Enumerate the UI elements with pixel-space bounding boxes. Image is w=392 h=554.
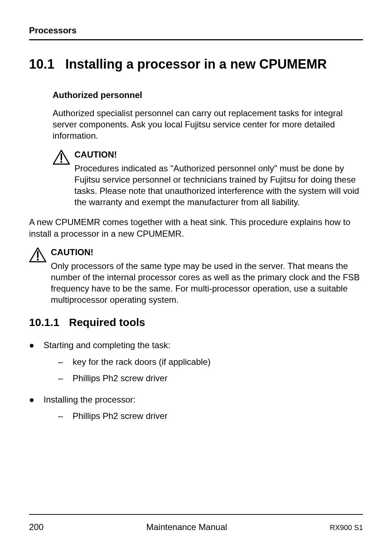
- list-item: – Phillips Ph2 screw driver: [58, 410, 363, 421]
- caution-text-1: Procedures indicated as "Authorized pers…: [74, 163, 363, 208]
- caution-icon: [29, 247, 46, 263]
- dash-icon: –: [58, 356, 73, 367]
- tools-list: ● Starting and completing the task: – ke…: [29, 339, 363, 427]
- svg-point-5: [37, 258, 39, 260]
- dash-icon: –: [58, 372, 73, 384]
- subsection-heading: 10.1.1 Required tools: [29, 316, 363, 329]
- footer-center-text: Maintenance Manual: [146, 522, 227, 532]
- bullet-icon: ●: [29, 339, 44, 350]
- section-number: 10.1: [29, 57, 65, 72]
- main-heading: 10.1 Installing a processor in a new CPU…: [29, 57, 363, 72]
- tool-group-label: Starting and completing the task:: [44, 340, 171, 350]
- caution-block-1: CAUTION! Procedures indicated as "Author…: [53, 150, 363, 208]
- tool-item: Phillips Ph2 screw driver: [73, 410, 167, 421]
- subsection-number: 10.1.1: [29, 316, 69, 329]
- caution-label-1: CAUTION!: [74, 150, 363, 160]
- tool-item: Phillips Ph2 screw driver: [73, 372, 167, 384]
- section-title: Installing a processor in a new CPUMEMR: [65, 57, 327, 72]
- list-item: ● Installing the processor: – Phillips P…: [29, 394, 363, 427]
- caution-text-2: Only processors of the same type may be …: [51, 260, 363, 306]
- caution-icon: [53, 150, 70, 166]
- list-item: – Phillips Ph2 screw driver: [58, 372, 363, 384]
- page-footer: 200 Maintenance Manual RX900 S1: [29, 514, 363, 532]
- list-item: ● Starting and completing the task: – ke…: [29, 339, 363, 389]
- caution-block-2: CAUTION! Only processors of the same typ…: [29, 247, 363, 306]
- page-number: 200: [29, 522, 44, 532]
- tool-item: key for the rack doors (if applicable): [73, 356, 211, 367]
- section-header: Processors: [29, 25, 363, 40]
- subsection-title: Required tools: [69, 316, 145, 329]
- authorized-text: Authorized specialist personnel can carr…: [53, 107, 363, 142]
- authorized-heading: Authorized personnel: [53, 90, 363, 100]
- svg-point-2: [61, 161, 62, 163]
- caution-label-2: CAUTION!: [51, 247, 363, 257]
- bullet-icon: ●: [29, 394, 44, 404]
- footer-model: RX900 S1: [330, 524, 363, 532]
- tool-group-label: Installing the processor:: [44, 395, 135, 404]
- dash-icon: –: [58, 410, 73, 421]
- intro-paragraph: A new CPUMEMR comes together with a heat…: [29, 216, 363, 239]
- list-item: – key for the rack doors (if applicable): [58, 356, 363, 367]
